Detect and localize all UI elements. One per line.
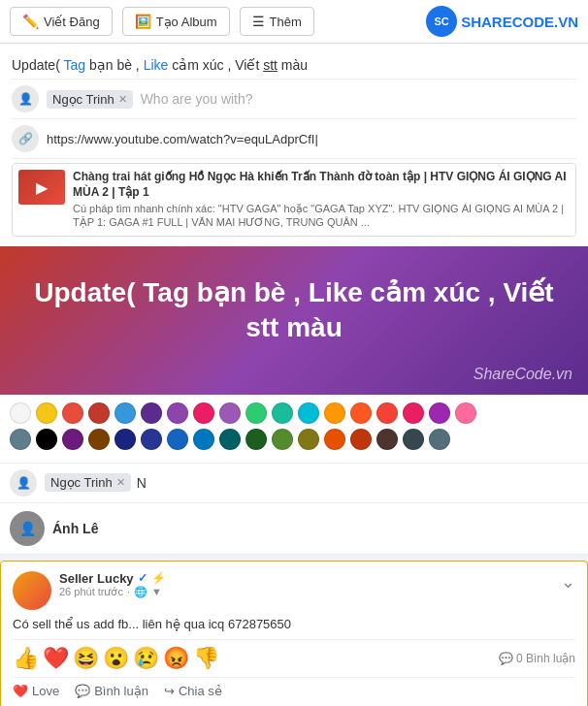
color-dot-row1-4[interactable] [114, 402, 136, 424]
color-dot-row1-11[interactable] [298, 402, 319, 424]
color-dot-row2-10[interactable] [272, 429, 293, 450]
post-area: Update( Tag bạn bè , Like cảm xúc , Viết… [0, 44, 588, 246]
url-input[interactable] [47, 132, 576, 146]
color-dot-row1-0[interactable] [10, 402, 31, 424]
color-row-2 [10, 429, 578, 450]
tag-label-2: Ngọc Trinh [50, 475, 113, 490]
tag-chip[interactable]: Ngọc Trinh ✕ [47, 90, 133, 109]
post-username: Seller Lucky ✓ ⚡ [59, 571, 553, 586]
user-tag-icon: 👤 [12, 85, 39, 112]
comment-count-text: 0 Bình luận [516, 652, 575, 665]
heart-icon: ❤️ [13, 684, 28, 698]
love-label: Love [32, 684, 59, 698]
post-chevron-icon[interactable]: ⌄ [561, 571, 575, 593]
color-dot-row1-14[interactable] [376, 402, 398, 424]
color-dot-row2-15[interactable] [403, 429, 424, 450]
comment-button[interactable]: 💬 Bình luận [75, 684, 148, 698]
color-dot-row2-2[interactable] [62, 429, 83, 450]
color-dot-row2-12[interactable] [324, 429, 345, 450]
color-dot-row1-17[interactable] [455, 402, 476, 424]
color-dot-row1-2[interactable] [62, 402, 83, 424]
post-meta: 26 phút trước · 🌐 ▼ [59, 586, 553, 598]
color-dot-row1-6[interactable] [167, 402, 188, 424]
tag-chip-2[interactable]: Ngọc Trinh ✕ [45, 473, 131, 492]
color-dot-row2-9[interactable] [245, 429, 267, 450]
sad-reaction[interactable]: 😢 [133, 646, 159, 671]
tag-label: Ngọc Trinh [52, 92, 114, 107]
color-dot-row1-7[interactable] [193, 402, 214, 424]
tag-row: 👤 Ngọc Trinh ✕ Who are you with? [12, 80, 576, 119]
url-row: 🔗 [12, 119, 576, 159]
toolbar: ✏️ Viết Đăng 🖼️ Tạo Album ☰ Thêm SC SHAR… [0, 0, 588, 44]
tag-input-2[interactable] [137, 475, 166, 491]
like-reaction[interactable]: 👍 [13, 646, 39, 671]
color-dot-row1-15[interactable] [403, 402, 424, 424]
color-dot-row2-0[interactable] [10, 429, 31, 450]
color-palette [0, 395, 588, 464]
color-dot-row1-3[interactable] [88, 402, 110, 424]
color-dot-row1-12[interactable] [324, 402, 345, 424]
share-button[interactable]: ↪ Chia sẻ [164, 684, 222, 698]
link-icon: 🔗 [12, 125, 39, 152]
color-dot-row2-3[interactable] [88, 429, 110, 450]
banner-title: Update( Tag bạn bè , Like cảm xúc , Viết… [19, 275, 569, 346]
color-dot-row2-16[interactable] [429, 429, 450, 450]
post-user-info: Seller Lucky ✓ ⚡ 26 phút trước · 🌐 ▼ [59, 571, 553, 598]
color-dot-row1-16[interactable] [429, 402, 450, 424]
tag-link[interactable]: Tag [63, 57, 85, 73]
logo: SC SHARECODE.VN [426, 6, 578, 37]
viet-dang-button[interactable]: ✏️ Viết Đăng [10, 7, 113, 36]
color-dot-row1-9[interactable] [245, 402, 267, 424]
logo-text: SHARECODE.VN [461, 14, 578, 30]
video-thumbnail: ▶ [18, 170, 65, 205]
color-dot-row2-5[interactable] [141, 429, 162, 450]
banner: Update( Tag bạn bè , Like cảm xúc , Viết… [0, 246, 588, 395]
love-reaction[interactable]: ❤️ [43, 646, 69, 671]
tao-album-button[interactable]: 🖼️ Tạo Album [122, 7, 230, 36]
color-dot-row2-4[interactable] [114, 429, 136, 450]
video-card: ▶ Chàng trai hát giống Hồ Ngọc Hà khiến … [12, 163, 576, 237]
angry-reaction[interactable]: 😡 [163, 646, 189, 671]
video-title: Chàng trai hát giống Hồ Ngọc Hà khiến Tr… [73, 170, 570, 200]
color-dot-row1-1[interactable] [36, 402, 57, 424]
user-row: 👤 Ánh Lê [0, 503, 588, 555]
logo-circle: SC [426, 6, 457, 37]
lightning-icon: ⚡ [151, 571, 166, 585]
color-dot-row2-11[interactable] [298, 429, 319, 450]
post-content: Có sell thể us add fb... liên hệ qua icq… [13, 616, 575, 633]
banner-brand: ShareCode.vn [474, 366, 572, 383]
color-dot-row1-10[interactable] [272, 402, 293, 424]
color-dot-row1-5[interactable] [141, 402, 162, 424]
color-dot-row2-6[interactable] [167, 429, 188, 450]
color-dot-row2-8[interactable] [219, 429, 241, 450]
them-button[interactable]: ☰ Thêm [240, 7, 314, 36]
username-text: Seller Lucky [59, 571, 134, 586]
dropdown-icon[interactable]: ▼ [151, 586, 162, 597]
dislike-reaction[interactable]: 👎 [193, 646, 219, 671]
color-dot-row2-7[interactable] [193, 429, 214, 450]
color-dot-row1-8[interactable] [219, 402, 241, 424]
globe-icon: 🌐 [134, 586, 147, 598]
love-button[interactable]: ❤️ Love [13, 684, 59, 698]
post-time: 26 phút trước [59, 586, 123, 598]
color-dot-row2-14[interactable] [376, 429, 398, 450]
tag-remove-button[interactable]: ✕ [118, 93, 127, 106]
color-row-1 [10, 402, 578, 424]
menu-icon: ☰ [252, 14, 265, 29]
tag-remove-button-2[interactable]: ✕ [116, 476, 125, 489]
comment-icon: 💬 [499, 652, 513, 665]
user-icon-2: 👤 [10, 469, 37, 497]
like-link[interactable]: Like [144, 57, 169, 73]
dot-sep: · [127, 586, 130, 597]
comment-icon-2: 💬 [75, 684, 90, 698]
verified-icon: ✓ [138, 571, 147, 585]
haha-reaction[interactable]: 😆 [73, 646, 99, 671]
actions-row: ❤️ Love 💬 Bình luận ↪ Chia sẻ [13, 678, 575, 698]
color-dot-row2-1[interactable] [36, 429, 57, 450]
comment-label: Bình luận [94, 684, 148, 698]
color-dot-row2-13[interactable] [350, 429, 372, 450]
video-info: Chàng trai hát giống Hồ Ngọc Hà khiến Tr… [73, 170, 570, 230]
preview-text-static: Update( Tag bạn bè , Like cảm xúc , Viết… [12, 57, 308, 73]
wow-reaction[interactable]: 😮 [103, 646, 129, 671]
color-dot-row1-13[interactable] [350, 402, 372, 424]
